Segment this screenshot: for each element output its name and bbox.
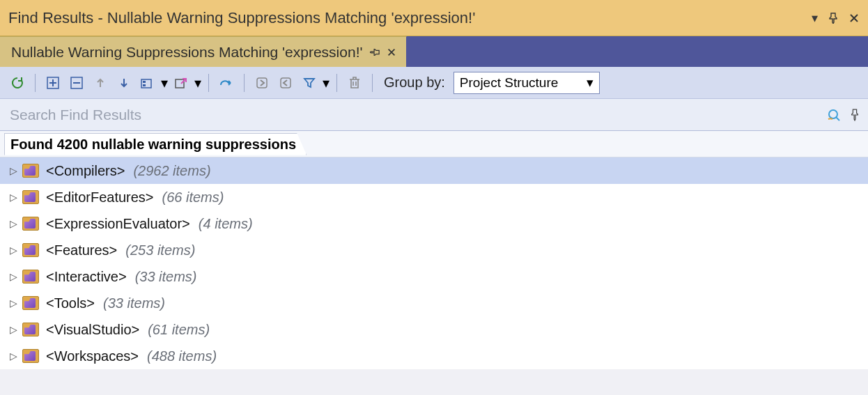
expander-icon[interactable]: ▷ — [8, 245, 18, 256]
tree-item-name: <EditorFeatures> — [46, 189, 154, 206]
tree-item-name: <Interactive> — [46, 269, 127, 285]
next-result-button[interactable] — [114, 72, 134, 93]
tree-item[interactable]: ▷<Compilers>(2962 items) — [0, 157, 868, 184]
remove-suppression-button[interactable] — [344, 72, 365, 93]
close-tab-icon[interactable] — [387, 47, 396, 57]
tree-item-name: <Tools> — [46, 295, 95, 311]
tree-item[interactable]: ▷<EditorFeatures>(66 items) — [0, 184, 868, 210]
expander-icon[interactable]: ▷ — [8, 324, 18, 335]
autohide-pin-icon[interactable] — [828, 13, 839, 24]
toolbar-separator — [372, 74, 373, 92]
search-icon[interactable] — [826, 107, 843, 123]
expander-icon[interactable]: ▷ — [8, 192, 18, 203]
svg-rect-6 — [257, 78, 267, 88]
group-by-select[interactable]: Project Structure ▾ — [454, 72, 600, 94]
search-input[interactable] — [0, 99, 826, 130]
results-tree: ▷<Compilers>(2962 items)▷<EditorFeatures… — [0, 157, 868, 369]
toolbar-separator — [35, 74, 36, 92]
toolbar-separator — [336, 74, 337, 92]
group-by-label: Group by: — [384, 75, 445, 91]
solution-folder-icon — [22, 270, 39, 284]
tab-active[interactable]: Nullable Warning Suppressions Matching '… — [0, 36, 407, 67]
nav-back-button[interactable] — [275, 72, 296, 93]
show-options-button[interactable] — [137, 72, 158, 93]
expander-icon[interactable]: ▷ — [8, 218, 18, 229]
tree-item[interactable]: ▷<Features>(253 items) — [0, 237, 868, 263]
refresh-button[interactable] — [7, 72, 28, 93]
solution-folder-icon — [22, 164, 39, 178]
keep-results-pin-icon[interactable] — [850, 109, 860, 121]
export-button[interactable] — [171, 72, 192, 93]
toolbar: ▾ ▾ ▾ Group by: Project Structure ▾ — [0, 67, 868, 99]
tree-item-count: (66 items) — [162, 189, 224, 206]
window-pos-menu-icon[interactable]: ▾ — [812, 10, 818, 26]
prev-result-button[interactable] — [90, 72, 111, 93]
svg-rect-3 — [143, 81, 146, 83]
expander-icon[interactable]: ▷ — [8, 271, 18, 282]
tree-item-count: (488 items) — [147, 348, 217, 364]
summary-text: Found 4200 nullable warning suppressions — [4, 133, 307, 155]
tree-item-name: <Features> — [46, 242, 117, 258]
tab-strip: Nullable Warning Suppressions Matching '… — [0, 36, 868, 67]
tree-item-name: <Workspaces> — [46, 348, 139, 364]
tree-item-name: <VisualStudio> — [46, 322, 139, 338]
search-row — [0, 99, 868, 131]
keep-open-pin-icon[interactable] — [370, 47, 380, 57]
tab-controls — [370, 47, 396, 57]
svg-rect-2 — [141, 79, 151, 88]
tree-item-name: <ExpressionEvaluator> — [46, 216, 190, 232]
tree-item-count: (61 items) — [148, 322, 210, 338]
export-dropdown[interactable]: ▾ — [194, 75, 201, 91]
solution-folder-icon — [22, 217, 39, 231]
tree-item-name: <Compilers> — [46, 163, 125, 179]
expander-icon[interactable]: ▷ — [8, 350, 18, 362]
show-options-dropdown[interactable]: ▾ — [161, 75, 168, 91]
tree-item-count: (33 items) — [103, 295, 165, 311]
toolbar-separator — [244, 74, 245, 92]
svg-rect-4 — [143, 84, 146, 86]
title-bar: Find Results - Nullable Warning Suppress… — [0, 0, 868, 36]
tree-item[interactable]: ▷<VisualStudio>(61 items) — [0, 316, 868, 343]
chevron-down-icon: ▾ — [587, 75, 594, 91]
solution-folder-icon — [22, 323, 39, 336]
solution-folder-icon — [22, 190, 39, 204]
close-icon[interactable] — [848, 13, 860, 24]
tab-label: Nullable Warning Suppressions Matching '… — [11, 44, 363, 61]
summary-row: Found 4200 nullable warning suppressions — [0, 131, 868, 157]
search-tools — [826, 107, 868, 123]
group-by-value: Project Structure — [460, 75, 559, 91]
tree-item[interactable]: ▷<Workspaces>(488 items) — [0, 343, 868, 369]
solution-folder-icon — [22, 349, 39, 363]
tree-item[interactable]: ▷<Interactive>(33 items) — [0, 263, 868, 290]
svg-rect-7 — [281, 78, 290, 88]
tree-item-count: (4 items) — [199, 216, 253, 232]
filter-dropdown[interactable]: ▾ — [323, 75, 330, 91]
window-controls: ▾ — [812, 10, 860, 26]
redo-search-button[interactable] — [216, 72, 237, 93]
nav-forward-button[interactable] — [251, 72, 272, 93]
collapse-all-button[interactable] — [66, 72, 87, 93]
svg-rect-5 — [176, 79, 184, 88]
tree-item-count: (2962 items) — [133, 163, 210, 179]
tree-item[interactable]: ▷<ExpressionEvaluator>(4 items) — [0, 210, 868, 237]
solution-folder-icon — [22, 296, 39, 310]
window-title: Find Results - Nullable Warning Suppress… — [8, 9, 812, 27]
tree-item-count: (33 items) — [135, 269, 197, 285]
expander-icon[interactable]: ▷ — [8, 297, 18, 309]
toolbar-separator — [208, 74, 209, 92]
tree-item-count: (253 items) — [125, 242, 195, 258]
tree-item[interactable]: ▷<Tools>(33 items) — [0, 290, 868, 316]
expander-icon[interactable]: ▷ — [8, 165, 18, 176]
filter-button[interactable] — [299, 72, 320, 93]
expand-all-button[interactable] — [42, 72, 63, 93]
solution-folder-icon — [22, 243, 39, 257]
